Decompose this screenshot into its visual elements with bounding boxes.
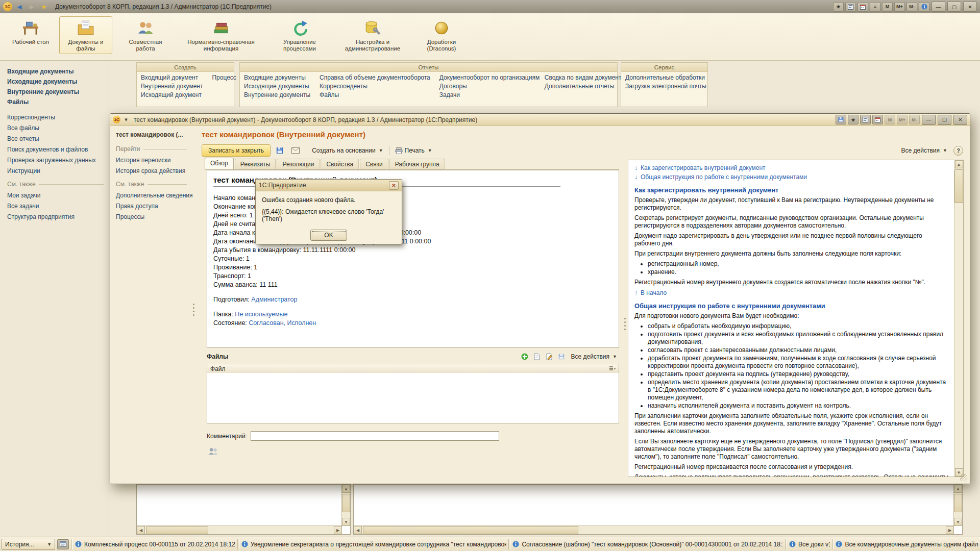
files-table-body[interactable] <box>207 373 619 423</box>
window-add-favorite-icon[interactable]: ★ <box>848 115 859 124</box>
horizontal-scrollbar[interactable]: ◀▶ <box>354 525 954 534</box>
doc-folder-link[interactable]: Не используемые <box>235 311 287 318</box>
window-minimize-button[interactable]: — <box>922 115 936 125</box>
tab-resolutions[interactable]: Резолюции <box>277 159 320 170</box>
files-table-header[interactable]: Файл <box>207 364 619 373</box>
report-correspondents[interactable]: Корреспонденты <box>320 83 430 90</box>
sidebar-item-correspondents[interactable]: Корреспонденты <box>7 114 109 121</box>
doc-state-link[interactable]: Согласован, Исполнен <box>249 319 316 327</box>
report-incoming-documents[interactable]: Входящие документы <box>244 74 310 81</box>
nav-link-validity-history[interactable]: История срока действия <box>116 167 192 174</box>
sidebar-item-incoming-documents[interactable]: Входящие документы <box>7 68 109 75</box>
ribbon-item-customizations[interactable]: Доработки (Draconus) <box>414 16 469 54</box>
window-memory-m-plus-button[interactable]: M+ <box>897 115 908 124</box>
sidebar-item-all-reports[interactable]: Все отчеты <box>7 135 109 142</box>
window-calendar-icon[interactable] <box>872 115 883 124</box>
window-calculator-icon[interactable] <box>860 115 871 124</box>
window-maximize-button[interactable]: ▢ <box>938 115 951 125</box>
sidebar-item-files[interactable]: Файлы <box>7 98 109 106</box>
all-actions-button[interactable]: Все действия▼ <box>899 145 949 156</box>
service-email-load[interactable]: Загрузка электронной почты <box>625 83 706 90</box>
report-contracts[interactable]: Договоры <box>439 83 535 90</box>
status-item-notification[interactable]: Уведомление секретариата о предстоящей к… <box>241 541 507 548</box>
report-outgoing-documents[interactable]: Исходящие документы <box>244 83 310 90</box>
sidebar-item-all-files[interactable]: Все файлы <box>7 124 109 132</box>
help-splitter[interactable] <box>623 160 627 477</box>
ribbon-item-desktop[interactable]: Рабочий стол <box>7 16 54 47</box>
ribbon-item-process-management[interactable]: Управление процессами <box>268 16 331 54</box>
dialog-ok-button[interactable]: OK <box>310 230 347 241</box>
sort-icon[interactable] <box>609 366 616 371</box>
show-messages-icon[interactable] <box>57 539 69 549</box>
vertical-scrollbar[interactable]: ▲▼ <box>953 485 962 526</box>
command-incoming-document[interactable]: Входящий документ <box>141 74 203 81</box>
service-additional-processing[interactable]: Дополнительные обработки <box>625 74 706 81</box>
window-save-icon[interactable] <box>836 115 846 124</box>
info-icon[interactable] <box>919 2 929 12</box>
sidebar-item-search-documents[interactable]: Поиск документов и файлов <box>7 146 109 153</box>
help-toc-link-register[interactable]: Как зарегистрировать внутренний документ <box>641 164 766 172</box>
ribbon-item-collaboration[interactable]: Совместная работа <box>117 16 174 54</box>
add-favorite-icon[interactable]: ★ <box>833 2 844 12</box>
report-summary-by-type[interactable]: Сводка по видам документов <box>545 74 628 81</box>
files-all-actions-button[interactable]: Все действия▼ <box>569 352 619 362</box>
window-system-menu-button[interactable]: ▾ <box>122 115 130 124</box>
nav-link-correspondence-history[interactable]: История переписки <box>116 157 192 164</box>
doc-prepared-link[interactable]: Администратор <box>251 296 297 303</box>
create-based-on-button[interactable]: Создать на основании▼ <box>310 145 385 156</box>
history-button[interactable]: История... ▼ <box>2 539 55 550</box>
memory-m-plus-button[interactable]: M+ <box>894 2 905 12</box>
add-file-button[interactable] <box>520 353 529 361</box>
report-tasks[interactable]: Задачи <box>439 91 535 98</box>
resize-grip[interactable] <box>960 474 967 481</box>
window-close-button[interactable]: ✕ <box>953 115 967 125</box>
tab-properties[interactable]: Свойства <box>321 159 359 170</box>
sidebar-item-all-tasks[interactable]: Все задачи <box>7 203 109 210</box>
status-item-complex-process[interactable]: Комплексный процесс 00-000115 от 20.02.2… <box>75 541 235 548</box>
close-button[interactable]: ✕ <box>963 2 977 12</box>
favorites-star-icon[interactable]: ★ <box>39 2 49 11</box>
help-scrollbar[interactable]: ▲ ▼ <box>954 160 963 477</box>
sidebar-item-outgoing-documents[interactable]: Исходящие документы <box>7 78 109 85</box>
command-internal-document[interactable]: Внутренний документ <box>141 83 203 90</box>
files-column-file[interactable]: Файл <box>210 365 226 372</box>
ribbon-item-administration[interactable]: Настройка и администрирование <box>336 16 409 54</box>
calculator-icon[interactable] <box>845 2 856 12</box>
edit-file-button[interactable] <box>545 353 554 361</box>
forward-button[interactable]: ▶ <box>27 2 37 11</box>
calendar-icon[interactable] <box>857 2 868 12</box>
status-item-approval[interactable]: Согласование (шаблон) "тест командировок… <box>512 541 783 548</box>
minimize-button[interactable]: — <box>932 2 945 12</box>
dialog-close-button[interactable]: ✕ <box>389 181 399 190</box>
command-process[interactable]: Процесс <box>212 74 236 81</box>
save-and-close-button[interactable]: Записать и закрыть <box>202 144 271 157</box>
tab-links[interactable]: Связи <box>360 159 388 170</box>
send-email-button[interactable] <box>289 145 302 156</box>
nav-splitter[interactable] <box>192 126 195 482</box>
back-button[interactable]: ◀ <box>14 2 24 11</box>
tab-working-group[interactable]: Рабочая группа <box>389 159 445 170</box>
window-memory-m-button[interactable]: M <box>885 115 895 124</box>
open-file-button[interactable] <box>532 353 542 361</box>
report-files[interactable]: Файлы <box>320 91 430 98</box>
memory-m-minus-button[interactable]: M- <box>906 2 917 12</box>
sidebar-item-my-tasks[interactable]: Мои задачи <box>7 192 109 199</box>
sidebar-item-enterprise-structure[interactable]: Структура предприятия <box>7 213 109 220</box>
sidebar-item-internal-documents[interactable]: Внутренние документы <box>7 88 109 95</box>
report-additional[interactable]: Дополнительные отчеты <box>545 83 628 90</box>
ribbon-item-reference-info[interactable]: Нормативно-справочная информация <box>179 16 263 54</box>
back-to-top-link[interactable]: В начало <box>641 289 667 297</box>
scrollbar-thumb[interactable] <box>954 169 963 203</box>
tab-overview[interactable]: Обзор <box>205 158 234 170</box>
tab-requisites[interactable]: Реквизиты <box>235 159 276 170</box>
vertical-scrollbar[interactable]: ▲▼ <box>341 485 350 526</box>
nav-link-access-rights[interactable]: Права доступа <box>116 203 192 210</box>
report-volume-reference[interactable]: Справка об объеме документооборота <box>320 74 430 81</box>
report-docflow-by-org[interactable]: Документооборот по организациям <box>439 74 535 81</box>
status-item-single-file[interactable]: Все командировочные документы одним файл… <box>836 541 978 548</box>
print-button[interactable]: Печать▼ <box>393 145 434 156</box>
help-toc-link-instruction[interactable]: Общая инструкция по работе с внутренними… <box>641 173 807 181</box>
help-button[interactable]: ? <box>953 146 963 156</box>
maximize-button[interactable]: ▢ <box>947 2 961 12</box>
save-file-button[interactable] <box>557 353 566 361</box>
